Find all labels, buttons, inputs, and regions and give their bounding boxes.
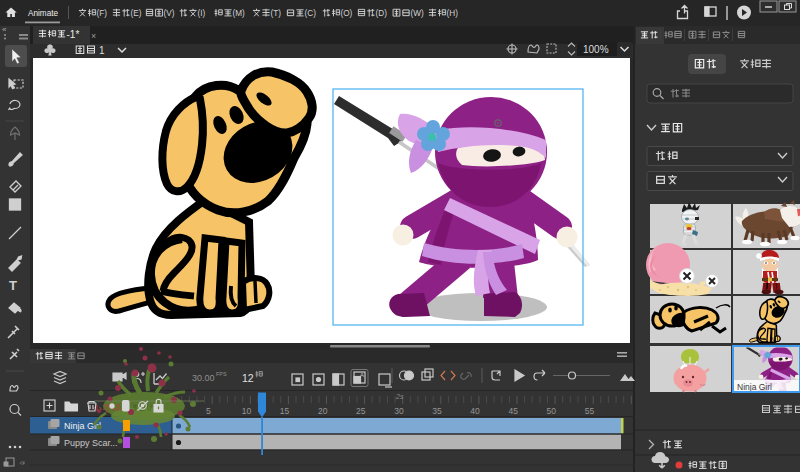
svg-text:(F): (F)	[97, 9, 108, 18]
svg-text:-1*: -1*	[67, 29, 80, 40]
svg-text:(C): (C)	[305, 9, 317, 18]
svg-text:12: 12	[242, 372, 254, 384]
svg-text:(O): (O)	[341, 9, 353, 18]
svg-text:(M): (M)	[233, 9, 246, 18]
svg-text:40: 40	[470, 406, 480, 416]
svg-text:Ninja Girl: Ninja Girl	[737, 382, 772, 392]
svg-text:A: A	[360, 372, 364, 378]
svg-text:×: ×	[91, 31, 96, 41]
svg-text:45: 45	[508, 406, 518, 416]
svg-text:(W): (W)	[411, 9, 424, 18]
svg-text:Puppy Scar...: Puppy Scar...	[64, 438, 118, 448]
svg-text:2s: 2s	[395, 393, 404, 400]
svg-text:(I): (I)	[198, 9, 206, 18]
svg-text:100%: 100%	[583, 44, 609, 55]
svg-text:55: 55	[585, 406, 595, 416]
svg-text:15: 15	[280, 406, 290, 416]
svg-text:5: 5	[206, 406, 211, 416]
svg-text:20: 20	[318, 406, 328, 416]
svg-text:«: «	[2, 25, 7, 34]
svg-text:25: 25	[356, 406, 366, 416]
svg-text:(V): (V)	[164, 9, 175, 18]
svg-text:Animate: Animate	[28, 7, 58, 18]
svg-text:(E): (E)	[131, 9, 142, 18]
svg-text:(H): (H)	[447, 9, 459, 18]
svg-text:FPS: FPS	[216, 371, 227, 377]
svg-text:(D): (D)	[376, 9, 388, 18]
svg-text:35: 35	[432, 406, 442, 416]
svg-text:10: 10	[242, 406, 252, 416]
svg-text:30: 30	[394, 406, 404, 416]
svg-text:T: T	[9, 278, 17, 293]
svg-text:1: 1	[99, 45, 105, 56]
svg-text:(T): (T)	[271, 9, 282, 18]
svg-text:50: 50	[547, 406, 557, 416]
svg-text:30.00: 30.00	[192, 373, 215, 383]
